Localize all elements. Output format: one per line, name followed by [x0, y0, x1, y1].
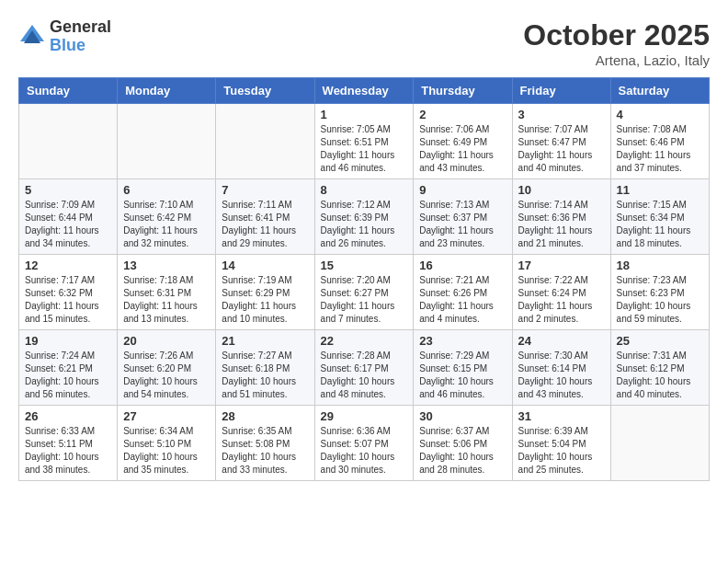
weekday-row: SundayMondayTuesdayWednesdayThursdayFrid…	[19, 78, 710, 104]
calendar-cell: 24Sunrise: 7:30 AM Sunset: 6:14 PM Dayli…	[512, 330, 610, 406]
calendar-week-row: 19Sunrise: 7:24 AM Sunset: 6:21 PM Dayli…	[19, 330, 710, 406]
logo-text: General Blue	[50, 18, 111, 55]
day-info: Sunrise: 7:27 AM Sunset: 6:18 PM Dayligh…	[222, 350, 308, 401]
day-info: Sunrise: 7:14 AM Sunset: 6:36 PM Dayligh…	[518, 199, 605, 250]
day-number: 2	[419, 108, 506, 121]
day-number: 25	[617, 334, 703, 348]
day-number: 9	[419, 183, 506, 197]
day-info: Sunrise: 6:36 AM Sunset: 5:07 PM Dayligh…	[321, 425, 408, 477]
day-number: 13	[123, 259, 210, 272]
calendar-cell: 2Sunrise: 7:06 AM Sunset: 6:49 PM Daylig…	[414, 104, 512, 179]
day-info: Sunrise: 7:22 AM Sunset: 6:24 PM Dayligh…	[518, 274, 605, 326]
calendar-cell: 29Sunrise: 6:36 AM Sunset: 5:07 PM Dayli…	[314, 406, 414, 481]
calendar-body: 1Sunrise: 7:05 AM Sunset: 6:51 PM Daylig…	[19, 104, 710, 481]
day-info: Sunrise: 6:37 AM Sunset: 5:06 PM Dayligh…	[419, 425, 506, 477]
day-info: Sunrise: 7:12 AM Sunset: 6:39 PM Dayligh…	[321, 199, 408, 250]
day-info: Sunrise: 7:21 AM Sunset: 6:26 PM Dayligh…	[419, 274, 506, 326]
day-info: Sunrise: 7:31 AM Sunset: 6:12 PM Dayligh…	[617, 350, 703, 401]
calendar-cell	[610, 406, 709, 481]
logo-general: General	[50, 18, 111, 37]
calendar-cell: 28Sunrise: 6:35 AM Sunset: 5:08 PM Dayli…	[216, 406, 314, 481]
day-info: Sunrise: 6:34 AM Sunset: 5:10 PM Dayligh…	[123, 425, 210, 477]
day-number: 16	[419, 259, 506, 272]
calendar-week-row: 12Sunrise: 7:17 AM Sunset: 6:32 PM Dayli…	[19, 255, 710, 330]
day-number: 29	[321, 409, 408, 423]
day-info: Sunrise: 7:05 AM Sunset: 6:51 PM Dayligh…	[321, 123, 408, 175]
calendar-cell: 9Sunrise: 7:13 AM Sunset: 6:37 PM Daylig…	[414, 179, 512, 255]
day-info: Sunrise: 6:33 AM Sunset: 5:11 PM Dayligh…	[25, 425, 111, 477]
calendar: SundayMondayTuesdayWednesdayThursdayFrid…	[18, 77, 710, 481]
calendar-cell: 26Sunrise: 6:33 AM Sunset: 5:11 PM Dayli…	[19, 406, 118, 481]
calendar-cell: 10Sunrise: 7:14 AM Sunset: 6:36 PM Dayli…	[512, 179, 610, 255]
calendar-cell: 19Sunrise: 7:24 AM Sunset: 6:21 PM Dayli…	[19, 330, 118, 406]
page-header: General Blue October 2025 Artena, Lazio,…	[18, 18, 710, 68]
day-number: 15	[321, 259, 408, 272]
calendar-cell: 4Sunrise: 7:08 AM Sunset: 6:46 PM Daylig…	[610, 104, 709, 179]
location: Artena, Lazio, Italy	[523, 52, 710, 68]
day-number: 11	[617, 183, 703, 197]
day-number: 6	[123, 183, 210, 197]
calendar-cell: 27Sunrise: 6:34 AM Sunset: 5:10 PM Dayli…	[118, 406, 216, 481]
day-number: 12	[25, 259, 111, 272]
calendar-week-row: 26Sunrise: 6:33 AM Sunset: 5:11 PM Dayli…	[19, 406, 710, 481]
calendar-cell: 3Sunrise: 7:07 AM Sunset: 6:47 PM Daylig…	[512, 104, 610, 179]
month-title: October 2025	[523, 18, 710, 52]
logo-blue: Blue	[50, 37, 111, 55]
calendar-cell: 5Sunrise: 7:09 AM Sunset: 6:44 PM Daylig…	[19, 179, 118, 255]
calendar-cell: 12Sunrise: 7:17 AM Sunset: 6:32 PM Dayli…	[19, 255, 118, 330]
day-info: Sunrise: 7:17 AM Sunset: 6:32 PM Dayligh…	[25, 274, 111, 326]
day-number: 28	[222, 409, 308, 423]
day-info: Sunrise: 7:28 AM Sunset: 6:17 PM Dayligh…	[321, 350, 408, 401]
day-number: 17	[518, 259, 605, 272]
day-number: 10	[518, 183, 605, 197]
day-info: Sunrise: 7:19 AM Sunset: 6:29 PM Dayligh…	[222, 274, 308, 326]
day-number: 21	[222, 334, 308, 348]
day-number: 27	[123, 409, 210, 423]
day-number: 30	[419, 409, 506, 423]
day-info: Sunrise: 6:35 AM Sunset: 5:08 PM Dayligh…	[222, 425, 308, 477]
calendar-cell: 25Sunrise: 7:31 AM Sunset: 6:12 PM Dayli…	[610, 330, 709, 406]
calendar-cell: 16Sunrise: 7:21 AM Sunset: 6:26 PM Dayli…	[414, 255, 512, 330]
day-number: 5	[25, 183, 111, 197]
calendar-cell	[118, 104, 216, 179]
calendar-cell: 21Sunrise: 7:27 AM Sunset: 6:18 PM Dayli…	[216, 330, 314, 406]
day-info: Sunrise: 7:26 AM Sunset: 6:20 PM Dayligh…	[123, 350, 210, 401]
logo-icon	[18, 23, 46, 51]
day-number: 7	[222, 183, 308, 197]
day-number: 31	[518, 409, 605, 423]
day-info: Sunrise: 7:06 AM Sunset: 6:49 PM Dayligh…	[419, 123, 506, 175]
day-info: Sunrise: 6:39 AM Sunset: 5:04 PM Dayligh…	[518, 425, 605, 477]
calendar-week-row: 1Sunrise: 7:05 AM Sunset: 6:51 PM Daylig…	[19, 104, 710, 179]
logo: General Blue	[18, 18, 111, 55]
calendar-cell: 15Sunrise: 7:20 AM Sunset: 6:27 PM Dayli…	[314, 255, 414, 330]
day-info: Sunrise: 7:20 AM Sunset: 6:27 PM Dayligh…	[321, 274, 408, 326]
weekday-header-friday: Friday	[512, 78, 610, 104]
weekday-header-saturday: Saturday	[610, 78, 709, 104]
day-info: Sunrise: 7:15 AM Sunset: 6:34 PM Dayligh…	[617, 199, 703, 250]
day-info: Sunrise: 7:30 AM Sunset: 6:14 PM Dayligh…	[518, 350, 605, 401]
day-info: Sunrise: 7:29 AM Sunset: 6:15 PM Dayligh…	[419, 350, 506, 401]
day-info: Sunrise: 7:08 AM Sunset: 6:46 PM Dayligh…	[617, 123, 703, 175]
day-info: Sunrise: 7:18 AM Sunset: 6:31 PM Dayligh…	[123, 274, 210, 326]
day-number: 4	[617, 108, 703, 121]
calendar-cell: 7Sunrise: 7:11 AM Sunset: 6:41 PM Daylig…	[216, 179, 314, 255]
day-info: Sunrise: 7:09 AM Sunset: 6:44 PM Dayligh…	[25, 199, 111, 250]
calendar-cell: 6Sunrise: 7:10 AM Sunset: 6:42 PM Daylig…	[118, 179, 216, 255]
calendar-cell: 11Sunrise: 7:15 AM Sunset: 6:34 PM Dayli…	[610, 179, 709, 255]
day-info: Sunrise: 7:23 AM Sunset: 6:23 PM Dayligh…	[617, 274, 703, 326]
day-number: 20	[123, 334, 210, 348]
day-info: Sunrise: 7:11 AM Sunset: 6:41 PM Dayligh…	[222, 199, 308, 250]
weekday-header-tuesday: Tuesday	[216, 78, 314, 104]
weekday-header-wednesday: Wednesday	[314, 78, 414, 104]
calendar-cell: 14Sunrise: 7:19 AM Sunset: 6:29 PM Dayli…	[216, 255, 314, 330]
day-number: 23	[419, 334, 506, 348]
day-info: Sunrise: 7:10 AM Sunset: 6:42 PM Dayligh…	[123, 199, 210, 250]
calendar-cell: 1Sunrise: 7:05 AM Sunset: 6:51 PM Daylig…	[314, 104, 414, 179]
day-number: 8	[321, 183, 408, 197]
calendar-cell	[216, 104, 314, 179]
calendar-cell: 30Sunrise: 6:37 AM Sunset: 5:06 PM Dayli…	[414, 406, 512, 481]
day-info: Sunrise: 7:07 AM Sunset: 6:47 PM Dayligh…	[518, 123, 605, 175]
calendar-cell: 17Sunrise: 7:22 AM Sunset: 6:24 PM Dayli…	[512, 255, 610, 330]
day-number: 19	[25, 334, 111, 348]
calendar-cell: 8Sunrise: 7:12 AM Sunset: 6:39 PM Daylig…	[314, 179, 414, 255]
